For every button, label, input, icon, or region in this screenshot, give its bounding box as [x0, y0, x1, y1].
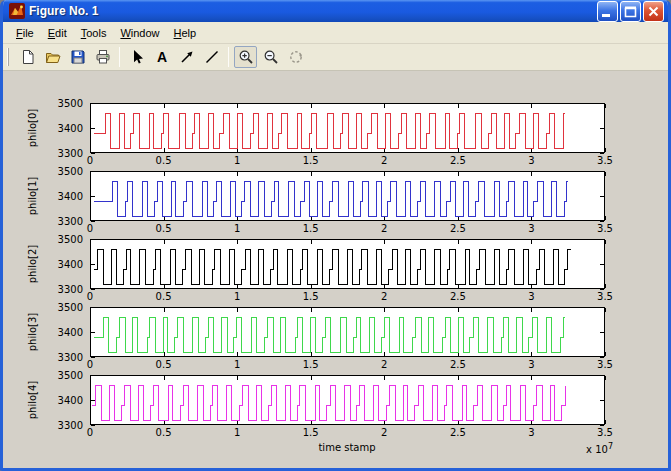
- figure-canvas: philo[0]35003400330000.511.522.533.5phil…: [3, 71, 668, 468]
- x-tick-label: 3.5: [597, 223, 613, 234]
- line-tool-button[interactable]: [200, 46, 223, 68]
- y-tick-label: 3400: [49, 259, 83, 270]
- x-tick-label: 3: [528, 359, 534, 370]
- text-tool-button[interactable]: A: [150, 46, 173, 68]
- matlab-icon: [9, 3, 25, 19]
- arrow-ne-icon: [179, 49, 195, 65]
- new-figure-button[interactable]: [16, 46, 39, 68]
- menubar: FileEditToolsWindowHelp: [3, 22, 668, 44]
- save-floppy-icon: [70, 49, 86, 65]
- x-tick-label: 1.5: [303, 223, 319, 234]
- x-tick-label: 3: [528, 427, 534, 438]
- toolbar-separator: [119, 47, 120, 67]
- x-tick-label: 0.5: [156, 359, 172, 370]
- text-a-icon: A: [154, 49, 170, 65]
- x-tick-label: 0.5: [156, 155, 172, 166]
- y-tick-label: 3400: [49, 123, 83, 134]
- x-tick-label: 3.5: [597, 359, 613, 370]
- rotate3d-button: [284, 46, 307, 68]
- zoom-out-button[interactable]: [259, 46, 282, 68]
- y-axis-label: philo[3]: [27, 313, 38, 352]
- x-tick-label: 3.5: [597, 155, 613, 166]
- x-tick-label: 0.5: [156, 427, 172, 438]
- figure-window: Figure No. 1 FileEditToolsWindowHelp A p…: [0, 0, 671, 471]
- plot-area-philo1[interactable]: [90, 171, 605, 221]
- rotate-icon: [288, 49, 304, 65]
- plot-area-philo4[interactable]: [90, 375, 605, 425]
- x-tick-label: 0: [87, 427, 93, 438]
- line-icon: [204, 49, 220, 65]
- plot-area-philo0[interactable]: [90, 103, 605, 153]
- y-tick-label: 3500: [49, 302, 83, 313]
- print-icon: [95, 49, 111, 65]
- x-tick-label: 2.5: [450, 427, 466, 438]
- y-axis-label: philo[0]: [27, 109, 38, 148]
- titlebar[interactable]: Figure No. 1: [3, 0, 668, 22]
- zoom-in-button[interactable]: [234, 46, 257, 68]
- toolbar-separator: [228, 47, 229, 67]
- subplot-philo1: philo[1]35003400330000.511.522.533.5: [90, 171, 605, 221]
- subplot-philo4: philo[4]35003400330000.511.522.533.5: [90, 375, 605, 425]
- close-icon: [645, 3, 662, 20]
- x-axis-label: time stamp: [318, 442, 375, 453]
- y-tick-label: 3300: [49, 420, 83, 431]
- x-tick-label: 0: [87, 359, 93, 370]
- y-tick-label: 3500: [49, 98, 83, 109]
- x-tick-row: 00.511.522.533.5: [90, 221, 605, 236]
- minimize-button[interactable]: [597, 1, 618, 22]
- y-tick-label: 3300: [49, 216, 83, 227]
- y-tick-label: 3400: [49, 191, 83, 202]
- y-axis-label: philo[1]: [27, 177, 38, 216]
- close-button[interactable]: [643, 1, 664, 22]
- x-tick-label: 0.5: [156, 291, 172, 302]
- y-tick-label: 3300: [49, 352, 83, 363]
- x-tick-label: 1: [234, 155, 240, 166]
- x-tick-label: 2.5: [450, 291, 466, 302]
- y-tick-label: 3300: [49, 284, 83, 295]
- menu-item-help[interactable]: Help: [167, 24, 204, 42]
- new-document-icon: [20, 49, 36, 65]
- arrow-tool-button[interactable]: [175, 46, 198, 68]
- x-tick-row: 00.511.522.533.5: [90, 153, 605, 168]
- y-tick-label: 3500: [49, 166, 83, 177]
- save-button[interactable]: [66, 46, 89, 68]
- plot-area-philo2[interactable]: [90, 239, 605, 289]
- toolbar: A: [3, 44, 668, 71]
- y-axis-label: philo[4]: [27, 381, 38, 420]
- x-tick-label: 1: [234, 223, 240, 234]
- x-tick-label: 2: [381, 155, 387, 166]
- pointer-tool-button[interactable]: [125, 46, 148, 68]
- menu-item-tools[interactable]: Tools: [74, 24, 114, 42]
- menu-item-edit[interactable]: Edit: [41, 24, 74, 42]
- open-file-button[interactable]: [41, 46, 64, 68]
- subplot-philo0: philo[0]35003400330000.511.522.533.5: [90, 103, 605, 153]
- x-tick-label: 3: [528, 155, 534, 166]
- maximize-button[interactable]: [620, 1, 641, 22]
- x-tick-label: 1: [234, 291, 240, 302]
- x-tick-row: 00.511.522.533.5: [90, 357, 605, 372]
- x-axis-multiplier: x 107: [586, 442, 613, 455]
- plot-area-philo3[interactable]: [90, 307, 605, 357]
- y-tick-label: 3400: [49, 395, 83, 406]
- y-axis-label: philo[2]: [27, 245, 38, 284]
- x-tick-label: 0: [87, 291, 93, 302]
- maximize-icon: [622, 3, 639, 20]
- zoom-out-icon: [263, 49, 279, 65]
- x-tick-label: 2.5: [450, 359, 466, 370]
- x-tick-label: 1.5: [303, 359, 319, 370]
- print-button[interactable]: [91, 46, 114, 68]
- x-tick-label: 1: [234, 427, 240, 438]
- menu-item-window[interactable]: Window: [113, 24, 166, 42]
- y-tick-label: 3500: [49, 234, 83, 245]
- x-tick-label: 3: [528, 223, 534, 234]
- x-tick-label: 2.5: [450, 223, 466, 234]
- svg-text:A: A: [156, 49, 166, 65]
- x-tick-label: 3: [528, 291, 534, 302]
- subplot-philo3: philo[3]35003400330000.511.522.533.5: [90, 307, 605, 357]
- menu-item-file[interactable]: File: [9, 24, 41, 42]
- x-tick-label: 1.5: [303, 155, 319, 166]
- window-title: Figure No. 1: [29, 4, 597, 18]
- x-tick-label: 2: [381, 359, 387, 370]
- toolbar-grip-handle[interactable]: [7, 48, 10, 66]
- pointer-icon: [129, 49, 145, 65]
